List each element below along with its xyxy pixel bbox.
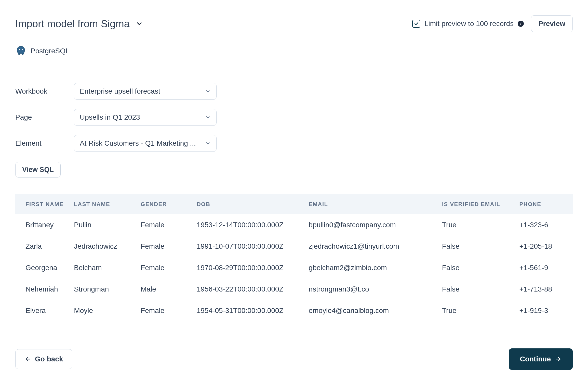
cell-first-name: Nehemiah — [15, 279, 74, 300]
table-row: BrittaneyPullinFemale1953-12-14T00:00:00… — [15, 214, 573, 236]
cell-last-name: Belcham — [74, 257, 141, 279]
chevron-down-icon — [205, 141, 211, 146]
cell-last-name: Jedrachowicz — [74, 236, 141, 257]
divider — [15, 66, 573, 66]
cell-email: zjedrachowicz1@tinyurl.com — [309, 236, 442, 257]
page-label: Page — [15, 113, 64, 121]
cell-phone: +1-205-18 — [519, 236, 573, 257]
cell-dob: 1956-03-22T00:00:00.000Z — [197, 279, 309, 300]
element-value: At Risk Customers - Q1 Marketing ... — [80, 139, 196, 147]
workbook-label: Workbook — [15, 87, 64, 95]
col-gender: GENDER — [141, 194, 197, 214]
cell-dob: 1954-05-31T00:00:00.000Z — [197, 300, 309, 321]
cell-phone: +1-561-9 — [519, 257, 573, 279]
col-email: EMAIL — [309, 194, 442, 214]
cell-last-name: Pullin — [74, 214, 141, 236]
page-value: Upsells in Q1 2023 — [80, 113, 140, 121]
table-row: GeorgenaBelchamFemale1970-08-29T00:00:00… — [15, 257, 573, 279]
limit-preview-label: Limit preview to 100 records — [424, 20, 514, 28]
cell-gender: Female — [141, 214, 197, 236]
cell-email: bpullin0@fastcompany.com — [309, 214, 442, 236]
element-select[interactable]: At Risk Customers - Q1 Marketing ... — [74, 135, 217, 152]
cell-email: nstrongman3@t.co — [309, 279, 442, 300]
continue-button[interactable]: Continue — [509, 348, 573, 370]
cell-phone: +1-713-88 — [519, 279, 573, 300]
go-back-label: Go back — [35, 355, 63, 363]
postgresql-icon — [15, 45, 26, 57]
col-first-name: FIRST NAME — [15, 194, 74, 214]
cell-dob: 1991-10-07T00:00:00.000Z — [197, 236, 309, 257]
cell-is-verified: False — [442, 279, 519, 300]
table-header-row: FIRST NAME LAST NAME GENDER DOB EMAIL IS… — [15, 194, 573, 214]
preview-table: FIRST NAME LAST NAME GENDER DOB EMAIL IS… — [15, 194, 573, 321]
workbook-select[interactable]: Enterprise upsell forecast — [74, 83, 217, 100]
col-is-verified: IS VERIFIED EMAIL — [442, 194, 519, 214]
cell-last-name: Strongman — [74, 279, 141, 300]
table-row: ElveraMoyleFemale1954-05-31T00:00:00.000… — [15, 300, 573, 321]
preview-button[interactable]: Preview — [531, 15, 573, 32]
element-label: Element — [15, 139, 64, 147]
col-dob: DOB — [197, 194, 309, 214]
col-phone: PHONE — [519, 194, 573, 214]
table-row: NehemiahStrongmanMale1956-03-22T00:00:00… — [15, 279, 573, 300]
chevron-down-icon — [205, 115, 211, 120]
cell-phone: +1-919-3 — [519, 300, 573, 321]
view-sql-button[interactable]: View SQL — [15, 162, 61, 178]
page-title: Import model from Sigma — [15, 18, 130, 30]
cell-first-name: Zarla — [15, 236, 74, 257]
database-name: PostgreSQL — [31, 47, 70, 55]
cell-first-name: Brittaney — [15, 214, 74, 236]
cell-is-verified: True — [442, 300, 519, 321]
arrow-left-icon — [25, 356, 31, 362]
cell-gender: Male — [141, 279, 197, 300]
cell-first-name: Elvera — [15, 300, 74, 321]
cell-first-name: Georgena — [15, 257, 74, 279]
cell-dob: 1953-12-14T00:00:00.000Z — [197, 214, 309, 236]
cell-is-verified: False — [442, 257, 519, 279]
cell-gender: Female — [141, 236, 197, 257]
svg-point-0 — [19, 49, 20, 50]
cell-gender: Female — [141, 300, 197, 321]
cell-gender: Female — [141, 257, 197, 279]
title-dropdown-icon[interactable] — [136, 20, 143, 27]
svg-point-1 — [22, 49, 23, 50]
cell-email: emoyle4@canalblog.com — [309, 300, 442, 321]
continue-label: Continue — [520, 355, 551, 363]
col-last-name: LAST NAME — [74, 194, 141, 214]
cell-email: gbelcham2@zimbio.com — [309, 257, 442, 279]
arrow-right-icon — [555, 356, 562, 362]
cell-is-verified: False — [442, 236, 519, 257]
chevron-down-icon — [205, 89, 211, 94]
cell-phone: +1-323-6 — [519, 214, 573, 236]
cell-is-verified: True — [442, 214, 519, 236]
cell-last-name: Moyle — [74, 300, 141, 321]
go-back-button[interactable]: Go back — [15, 349, 72, 369]
info-icon[interactable]: i — [518, 21, 524, 27]
workbook-value: Enterprise upsell forecast — [80, 87, 160, 95]
cell-dob: 1970-08-29T00:00:00.000Z — [197, 257, 309, 279]
table-row: ZarlaJedrachowiczFemale1991-10-07T00:00:… — [15, 236, 573, 257]
limit-preview-checkbox[interactable] — [412, 20, 420, 28]
page-select[interactable]: Upsells in Q1 2023 — [74, 109, 217, 126]
